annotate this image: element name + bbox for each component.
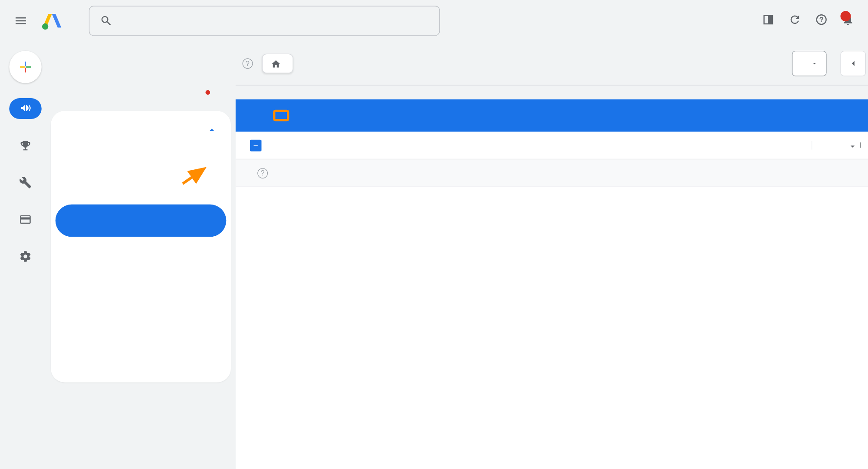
sort-down-icon — [849, 141, 857, 149]
rail-goals[interactable] — [9, 133, 41, 161]
nav-recommendations[interactable] — [65, 79, 222, 106]
search-container — [89, 6, 440, 36]
search-icon — [100, 14, 112, 27]
dropdown-icon — [811, 60, 818, 67]
search-box[interactable] — [89, 6, 440, 36]
rail-campaigns[interactable] — [9, 96, 41, 124]
rail-billing[interactable] — [9, 207, 41, 234]
notification-badge — [840, 11, 851, 21]
date-prev-button[interactable] — [840, 50, 866, 76]
refresh-icon — [789, 13, 801, 26]
nav-overview[interactable] — [65, 51, 222, 79]
notifications-button[interactable] — [842, 13, 854, 29]
nav-when-where[interactable] — [56, 237, 227, 276]
plus-icon — [17, 59, 33, 75]
insights-reports-toggle[interactable] — [51, 120, 231, 140]
add-as-negative-keyword-button[interactable] — [273, 110, 289, 122]
date-range-picker[interactable] — [792, 50, 827, 76]
total-row: ? — [236, 159, 868, 187]
col-sort[interactable]: I — [812, 141, 868, 150]
svg-rect-1 — [768, 15, 773, 24]
appearance-icon — [762, 13, 775, 26]
home-icon — [271, 59, 281, 69]
recommendations-dot — [205, 90, 210, 95]
help-icon[interactable]: ? — [243, 58, 253, 69]
page-title: ? — [238, 58, 253, 69]
nav-insights[interactable] — [56, 140, 227, 172]
indeterminate-icon — [252, 142, 259, 149]
create-button[interactable] — [9, 51, 41, 83]
chevron-left-icon — [848, 58, 858, 69]
hamburger-menu[interactable] — [9, 9, 32, 32]
tools-icon — [19, 176, 32, 189]
rail-admin[interactable] — [9, 244, 41, 271]
help-icon: ? — [815, 13, 828, 26]
nav-auction-insights[interactable] — [56, 172, 227, 204]
svg-point-0 — [42, 23, 48, 30]
trophy-icon — [19, 139, 32, 152]
search-input[interactable] — [122, 16, 429, 26]
insights-card — [51, 111, 231, 382]
nav-panel — [51, 42, 236, 469]
help-button[interactable]: ? — [815, 13, 828, 29]
search-terms-table: I ? — [236, 132, 868, 469]
brand[interactable] — [42, 10, 68, 31]
total-help-icon[interactable]: ? — [257, 168, 268, 178]
col-last-label: I — [859, 141, 861, 150]
appearance-button[interactable] — [762, 13, 775, 29]
nav-landing-pages[interactable] — [56, 276, 227, 308]
header-actions: ? — [762, 13, 855, 29]
megaphone-icon — [19, 102, 32, 115]
nav-search-terms[interactable] — [56, 205, 227, 237]
table-header: I — [236, 132, 868, 159]
ads-logo-icon — [42, 10, 62, 31]
menu-icon — [14, 14, 28, 28]
refresh-button[interactable] — [789, 13, 801, 29]
nav-report-editor[interactable] — [56, 308, 227, 340]
header: ? — [0, 0, 868, 42]
select-all-checkbox[interactable] — [236, 139, 276, 151]
chevron-up-icon — [207, 125, 217, 135]
svg-text:?: ? — [819, 16, 824, 23]
gear-icon — [19, 250, 32, 263]
rail-tools[interactable] — [9, 170, 41, 198]
card-icon — [19, 213, 32, 226]
main-content: ? — [236, 42, 868, 469]
selection-action-bar — [236, 99, 868, 132]
left-rail — [0, 42, 51, 469]
filter-card[interactable] — [262, 53, 293, 73]
title-bar: ? — [236, 42, 868, 86]
nav-dashboards[interactable] — [56, 341, 227, 373]
